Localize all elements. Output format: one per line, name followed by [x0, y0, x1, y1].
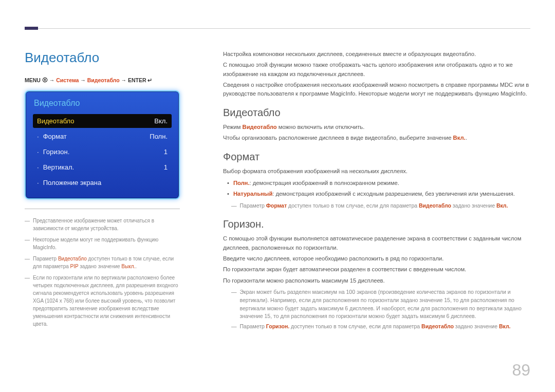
section-paragraph: С помощью этой функции выполняется автом… [223, 234, 530, 252]
right-column: Настройка компоновки нескольких дисплеев… [223, 50, 530, 333]
dash-icon: ― [231, 202, 237, 210]
breadcrumb-accent-2: Видеотабло [87, 77, 120, 83]
dash-icon: ― [25, 217, 30, 232]
note-item: ― Экран может быть разделен максимум на … [231, 288, 530, 321]
note-item: ― Параметр Горизон. доступен только в то… [231, 323, 530, 331]
note-key: Видеотабло [421, 323, 454, 329]
dash-icon: ― [25, 274, 30, 328]
page-content: Видеотабло MENU ⦿ → Система → Видеотабло… [25, 28, 530, 333]
top-rule [25, 28, 530, 29]
osd-panel: Видеотабло Видеотабло Вкл. Формат Полн. … [25, 90, 180, 199]
note-key: Видеотабло [419, 202, 451, 209]
note-item: ― Если по горизонтали или по вертикали р… [25, 274, 180, 328]
note-text: Представленное изображение может отличат… [33, 217, 180, 232]
bullet-key: Полн. [233, 180, 250, 186]
text-span: Чтобы организовать расположение дисплеев… [223, 135, 453, 141]
section-title-horizon: Горизон. [223, 218, 530, 230]
osd-row-value: Полн. [150, 133, 168, 140]
osd-row-format[interactable]: Формат Полн. [33, 129, 172, 143]
text-span: . [466, 135, 467, 141]
intro-paragraph: С помощью этой функции можно также отобр… [223, 61, 530, 79]
text-key: Видеотабло [243, 124, 277, 130]
note-text: Параметр Видеотабло доступен только в то… [33, 255, 180, 270]
section-paragraph: Режим Видеотабло можно включить или откл… [223, 123, 530, 132]
intro-paragraph: Сведения о настройке отображения несколь… [223, 81, 530, 99]
bullet-text: : демонстрация изображений с исходным ра… [272, 191, 515, 197]
osd-row-value: Вкл. [154, 117, 168, 125]
note-span: Параметр [240, 323, 266, 329]
text-span: можно включить или отключить. [277, 124, 365, 130]
note-span: задано значение [454, 323, 499, 329]
breadcrumb-accent-1: Система [56, 77, 79, 83]
page-title: Видеотабло [25, 50, 206, 66]
note-text: Параметр Формат доступен только в том сл… [240, 202, 508, 210]
note-span: задано значение [451, 202, 496, 209]
text-span: Режим [223, 124, 243, 130]
osd-row-label: Положение экрана [37, 179, 101, 186]
left-column: Видеотабло MENU ⦿ → Система → Видеотабло… [25, 50, 206, 333]
note-text: Параметр Горизон. доступен только в том … [240, 323, 511, 331]
note-key: Видеотабло [58, 256, 87, 262]
note-span: Параметр [240, 202, 266, 209]
note-item: ― Параметр Формат доступен только в том … [231, 202, 530, 210]
breadcrumb-mid-1: → [79, 77, 87, 83]
note-text: Экран может быть разделен максимум на 10… [240, 288, 531, 321]
osd-row-videotablo[interactable]: Видеотабло Вкл. [33, 114, 172, 128]
osd-row-value: 1 [164, 148, 168, 156]
note-key: Выкл. [121, 264, 135, 269]
osd-row-label: Вертикал. [37, 163, 74, 171]
note-item: ― Параметр Видеотабло доступен только в … [25, 255, 180, 270]
section-paragraph: По горизонтали можно расположить максиму… [223, 276, 530, 285]
section-paragraph: Выбор формата отображения изображений на… [223, 167, 530, 176]
section-title-format: Формат [223, 151, 530, 163]
right-notes: ― Параметр Формат доступен только в том … [231, 202, 530, 210]
osd-row-position[interactable]: Положение экрана [33, 176, 172, 190]
list-item: Натуральный: демонстрация изображений с … [234, 189, 530, 199]
note-key: Формат [266, 202, 287, 209]
right-notes: ― Экран может быть разделен максимум на … [231, 288, 530, 331]
dash-icon: ― [25, 236, 30, 251]
osd-row-label: Горизон. [37, 148, 69, 156]
text-key: Вкл. [453, 135, 466, 141]
note-span: доступен только в том случае, если для п… [287, 202, 419, 209]
osd-row-value: 1 [164, 163, 168, 171]
bullet-key: Натуральный [233, 191, 272, 197]
list-item: Полн.: демонстрация изображений в полноэ… [234, 178, 530, 189]
page-number: 89 [512, 361, 530, 380]
note-text: Некоторые модели могут не поддерживать ф… [33, 236, 180, 251]
note-span: доступен только в том случае, если для п… [289, 323, 421, 329]
note-item: ― Представленное изображение может отлич… [25, 217, 180, 232]
note-key: Вкл. [496, 202, 508, 209]
dash-icon: ― [25, 255, 30, 270]
section-title-videotablo: Видеотабло [223, 107, 530, 119]
bullet-text: : демонстрация изображений в полноэкранн… [250, 180, 399, 186]
osd-row-label: Видеотабло [37, 117, 75, 125]
note-key: Горизон. [266, 323, 289, 329]
note-span: задано значение [79, 264, 122, 269]
osd-title: Видеотабло [33, 98, 172, 114]
dash-icon: ― [231, 288, 237, 321]
note-key: PIP [70, 264, 79, 269]
intro-paragraph: Настройка компоновки нескольких дисплеев… [223, 50, 530, 59]
note-span: Параметр [33, 256, 58, 262]
osd-row-horizon[interactable]: Горизон. 1 [33, 145, 172, 159]
left-notes: ― Представленное изображение может отлич… [25, 209, 180, 328]
breadcrumb: MENU ⦿ → Система → Видеотабло → ENTER ↵ [25, 77, 206, 83]
dash-icon: ― [231, 323, 237, 331]
top-accent [25, 27, 38, 30]
osd-row-label: Формат [37, 133, 67, 140]
note-text: Если по горизонтали или по вертикали рас… [33, 274, 180, 328]
breadcrumb-pre: MENU ⦿ → [25, 77, 56, 83]
osd-row-vertical[interactable]: Вертикал. 1 [33, 160, 172, 174]
section-paragraph: По горизонтали экран будет автоматически… [223, 265, 530, 274]
section-paragraph: Введите число дисплеев, которое необходи… [223, 254, 530, 263]
note-key: Вкл. [499, 323, 511, 329]
note-item: ― Некоторые модели могут не поддерживать… [25, 236, 180, 251]
breadcrumb-mid-2: → ENTER ↵ [120, 77, 153, 83]
note-span: . [135, 264, 137, 269]
bullet-list: Полн.: демонстрация изображений в полноэ… [234, 178, 530, 199]
section-paragraph: Чтобы организовать расположение дисплеев… [223, 134, 530, 142]
